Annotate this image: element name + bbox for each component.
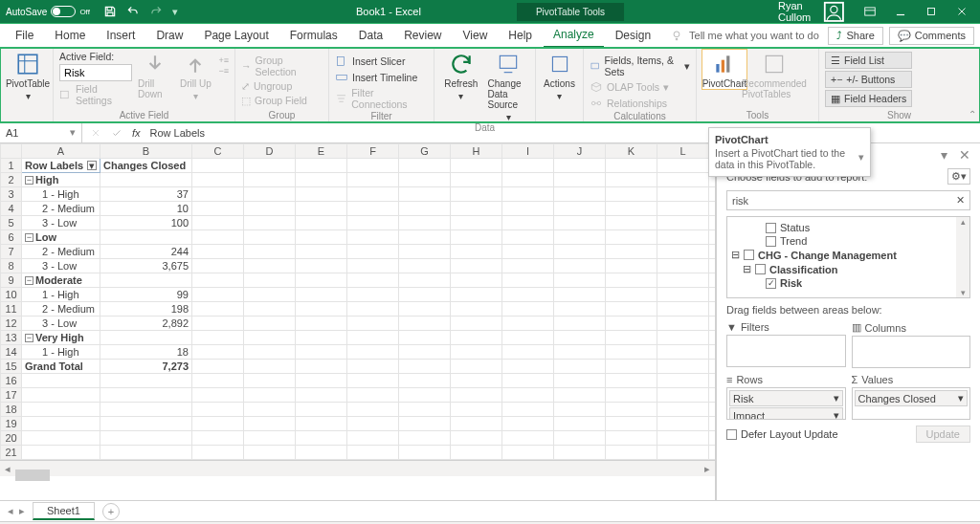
- cell-H8[interactable]: [451, 259, 502, 273]
- row-header-11[interactable]: 11: [1, 302, 22, 317]
- fields-items-sets-button[interactable]: Fields, Items, & Sets ▾: [590, 54, 690, 78]
- cell-H12[interactable]: [451, 317, 502, 331]
- cell-C18[interactable]: [192, 403, 244, 417]
- plus-minus-buttons-button[interactable]: +−+/- Buttons: [825, 71, 912, 88]
- cell-M15[interactable]: [709, 360, 717, 374]
- row-header-8[interactable]: 8: [1, 259, 22, 273]
- cell-G17[interactable]: [399, 388, 451, 403]
- cell-B1[interactable]: Changes Closed: [100, 159, 192, 173]
- scroll-right-icon[interactable]: ▸: [700, 463, 715, 475]
- cell-A16[interactable]: [22, 374, 100, 388]
- cell-D14[interactable]: [244, 345, 296, 360]
- cell-C8[interactable]: [192, 259, 244, 273]
- cell-I6[interactable]: [502, 230, 554, 245]
- row-header-10[interactable]: 10: [1, 288, 22, 302]
- cell-A5[interactable]: 3 - Low: [22, 216, 100, 230]
- cell-F2[interactable]: [347, 173, 399, 187]
- values-item-changes-closed[interactable]: Changes Closed▾: [855, 390, 969, 406]
- cell-G10[interactable]: [399, 288, 451, 302]
- cell-B9[interactable]: [100, 273, 192, 288]
- collapse-table-icon[interactable]: ⊟: [731, 249, 740, 261]
- cell-B20[interactable]: [100, 431, 192, 446]
- cell-H13[interactable]: [451, 331, 502, 345]
- checkbox-trend[interactable]: [766, 236, 776, 247]
- cell-H2[interactable]: [451, 173, 502, 187]
- cell-L16[interactable]: [657, 374, 709, 388]
- cell-D2[interactable]: [244, 173, 296, 187]
- cell-I9[interactable]: [502, 273, 554, 288]
- add-sheet-button[interactable]: +: [102, 503, 120, 520]
- cell-C2[interactable]: [192, 173, 244, 187]
- cell-H17[interactable]: [451, 388, 502, 403]
- cell-H19[interactable]: [451, 417, 502, 431]
- col-header-E[interactable]: E: [296, 144, 347, 159]
- cell-A10[interactable]: 1 - High: [22, 288, 100, 302]
- cell-D17[interactable]: [244, 388, 296, 403]
- cell-G2[interactable]: [399, 173, 451, 187]
- cell-K14[interactable]: [606, 345, 657, 360]
- insert-slicer-button[interactable]: Insert Slicer: [335, 54, 428, 69]
- user-avatar-icon[interactable]: [820, 0, 848, 25]
- cell-F4[interactable]: [347, 202, 399, 216]
- tab-analyze[interactable]: Analyze: [544, 23, 604, 48]
- row-header-19[interactable]: 19: [1, 417, 22, 431]
- cell-K16[interactable]: [606, 374, 657, 388]
- cell-K6[interactable]: [606, 230, 657, 245]
- cell-I1[interactable]: [502, 159, 554, 173]
- filters-area[interactable]: ▼Filters: [726, 321, 846, 368]
- share-button[interactable]: ⤴Share: [828, 27, 882, 45]
- tab-help[interactable]: Help: [499, 24, 542, 47]
- cell-J13[interactable]: [554, 331, 606, 345]
- cell-M18[interactable]: [709, 403, 717, 417]
- rows-item-risk[interactable]: Risk▾: [729, 390, 843, 406]
- cell-C5[interactable]: [192, 216, 244, 230]
- cell-G3[interactable]: [399, 187, 451, 202]
- cell-C1[interactable]: [192, 159, 244, 173]
- cell-L8[interactable]: [657, 259, 709, 273]
- cell-A11[interactable]: 2 - Medium: [22, 302, 100, 317]
- cell-D3[interactable]: [244, 187, 296, 202]
- cell-I19[interactable]: [502, 417, 554, 431]
- cell-A9[interactable]: −Moderate: [22, 273, 100, 288]
- tab-view[interactable]: View: [454, 24, 498, 47]
- cell-J15[interactable]: [554, 360, 606, 374]
- cell-L1[interactable]: [657, 159, 709, 173]
- field-status[interactable]: Status: [780, 222, 810, 233]
- cell-E9[interactable]: [296, 273, 347, 288]
- cell-M8[interactable]: [709, 259, 717, 273]
- save-icon[interactable]: [103, 5, 117, 18]
- pane-close-icon[interactable]: ✕: [959, 147, 970, 163]
- col-header-J[interactable]: J: [554, 144, 606, 159]
- cell-K13[interactable]: [606, 331, 657, 345]
- cell-C3[interactable]: [192, 187, 244, 202]
- cell-F9[interactable]: [347, 273, 399, 288]
- active-field-input[interactable]: [59, 64, 132, 81]
- cell-H16[interactable]: [451, 374, 502, 388]
- cell-G5[interactable]: [399, 216, 451, 230]
- cell-F12[interactable]: [347, 317, 399, 331]
- cell-G14[interactable]: [399, 345, 451, 360]
- cell-E11[interactable]: [296, 302, 347, 317]
- cell-J18[interactable]: [554, 403, 606, 417]
- cell-B4[interactable]: 10: [100, 202, 192, 216]
- cell-K10[interactable]: [606, 288, 657, 302]
- cell-I20[interactable]: [502, 431, 554, 446]
- cell-H21[interactable]: [451, 446, 502, 460]
- col-header-D[interactable]: D: [244, 144, 296, 159]
- field-headers-button[interactable]: ▦Field Headers: [825, 90, 912, 107]
- cell-K3[interactable]: [606, 187, 657, 202]
- cell-H1[interactable]: [451, 159, 502, 173]
- cell-J7[interactable]: [554, 245, 606, 259]
- insert-timeline-button[interactable]: Insert Timeline: [335, 70, 428, 85]
- cell-F1[interactable]: [347, 159, 399, 173]
- cell-F15[interactable]: [347, 360, 399, 374]
- row-header-12[interactable]: 12: [1, 317, 22, 331]
- cell-J2[interactable]: [554, 173, 606, 187]
- prev-sheet-icon[interactable]: ◂: [8, 505, 13, 517]
- actions-button[interactable]: Actions▾: [542, 50, 577, 101]
- cell-A4[interactable]: 2 - Medium: [22, 202, 100, 216]
- cell-B8[interactable]: 3,675: [100, 259, 192, 273]
- cell-J17[interactable]: [554, 388, 606, 403]
- row-header-15[interactable]: 15: [1, 360, 22, 374]
- cell-D11[interactable]: [244, 302, 296, 317]
